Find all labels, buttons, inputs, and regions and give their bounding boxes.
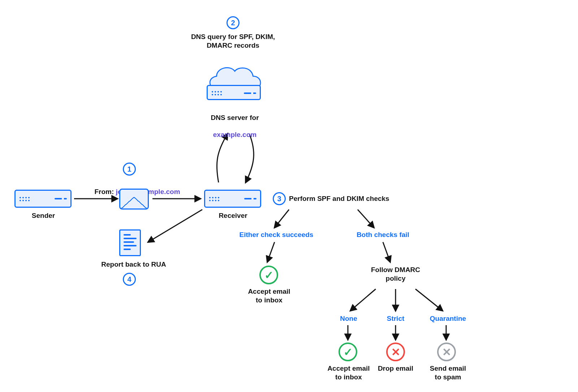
policy-strict-label: Strict <box>383 314 408 323</box>
sender-label: Sender <box>22 211 65 220</box>
follow-policy-label: Follow DMARC policy <box>365 266 426 283</box>
svg-line-6 <box>383 242 390 262</box>
svg-line-7 <box>350 289 376 311</box>
report-doc-icon <box>119 229 141 256</box>
step-3-badge: 3 <box>273 192 286 205</box>
dns-server-label: DNS server for example.com <box>191 105 278 139</box>
svg-line-3 <box>275 210 289 228</box>
from-prefix: From: <box>94 188 116 195</box>
policy-none-label: None <box>336 314 361 323</box>
accept-inbox-label-2: Accept email to inbox <box>323 364 374 382</box>
receiver-label: Receiver <box>213 211 253 220</box>
either-succeeds-label: Either check succeeds <box>235 231 318 239</box>
dns-server-icon <box>207 85 261 100</box>
both-fail-label: Both checks fail <box>347 231 419 239</box>
dmarc-flow-diagram: { "steps": { "s1": "1", "s2": "2", "s3":… <box>0 0 578 392</box>
step-1-badge: 1 <box>123 163 136 176</box>
svg-line-4 <box>358 210 374 228</box>
step-4-badge: 4 <box>123 273 136 286</box>
step-2-caption: DNS query for SPF, DKIM, DMARC records <box>181 33 285 50</box>
report-rua-label: Report back to RUA <box>98 260 170 269</box>
svg-line-9 <box>415 289 443 311</box>
drop-email-label: Drop email <box>374 364 417 373</box>
step-2-badge: 2 <box>227 16 240 29</box>
quarantine-cross-icon: ✕ <box>437 343 456 361</box>
strict-cross-icon: ✕ <box>386 343 405 361</box>
envelope-icon <box>119 189 149 210</box>
svg-line-2 <box>148 210 202 242</box>
accept-inbox-label-1: Accept email to inbox <box>242 287 296 305</box>
accept-check-icon: ✓ <box>259 266 278 284</box>
receiver-server-icon <box>204 190 261 208</box>
sender-server-icon <box>14 190 72 208</box>
dns-server-prefix: DNS server for <box>211 114 259 121</box>
none-check-icon: ✓ <box>338 343 357 361</box>
policy-quarantine-label: Quarantine <box>426 314 470 323</box>
send-spam-label: Send email to spam <box>423 364 473 382</box>
svg-line-5 <box>267 242 275 262</box>
dns-server-domain: example.com <box>213 131 256 138</box>
step-3-caption: Perform SPF and DKIM checks <box>289 194 397 203</box>
